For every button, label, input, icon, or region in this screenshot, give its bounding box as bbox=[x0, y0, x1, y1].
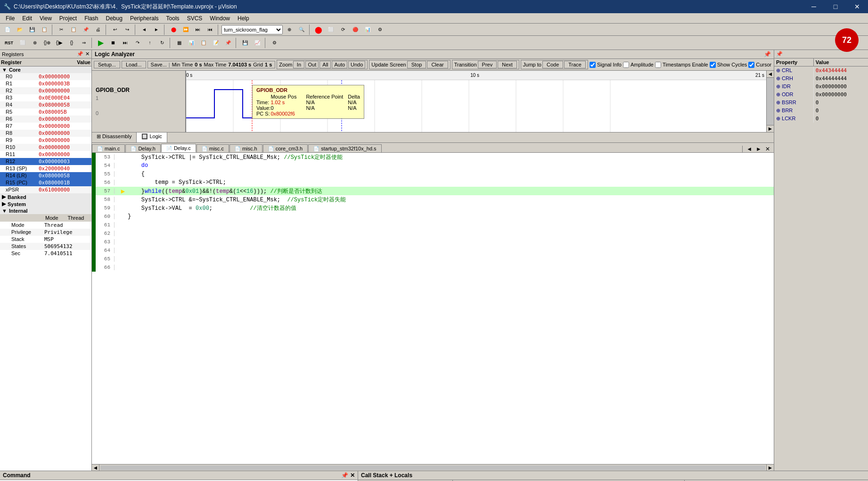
sim-stop[interactable]: ⏹ bbox=[107, 38, 119, 48]
step3-btn[interactable]: ⏮ bbox=[205, 25, 216, 35]
code-scroll-left[interactable]: ◄ bbox=[92, 464, 99, 471]
system-group[interactable]: ▶ System bbox=[0, 200, 91, 207]
tab-close[interactable]: ✕ bbox=[763, 146, 772, 152]
nav-back[interactable]: ◄ bbox=[139, 25, 150, 35]
right-pin[interactable]: 📌 bbox=[776, 51, 783, 57]
reg-r9[interactable]: R90x00000000 bbox=[0, 137, 91, 144]
save-all-btn[interactable]: 📋 bbox=[39, 25, 50, 35]
run-btn[interactable]: ⬤ bbox=[313, 25, 324, 35]
menu-svcs[interactable]: SVCS bbox=[183, 14, 206, 23]
settings-btn[interactable]: ⚙ bbox=[374, 25, 385, 35]
registers-pin[interactable]: 📌 bbox=[77, 51, 83, 57]
code-editor[interactable]: 53 SysTick->CTRL |= SysTick_CTRL_ENABLE_… bbox=[92, 153, 774, 464]
find-btn[interactable]: 🔍 bbox=[296, 25, 307, 35]
reg-r0[interactable]: R00x00000000 bbox=[0, 73, 91, 80]
function-select[interactable]: turn_sickroom_flag bbox=[221, 25, 283, 34]
la-prev-btn[interactable]: Prev bbox=[478, 61, 497, 68]
tab-delay-c[interactable]: 📄 Delay.c bbox=[161, 144, 196, 152]
cfg-btn[interactable]: ⚙ bbox=[269, 38, 280, 48]
save-btn[interactable]: 💾 bbox=[26, 25, 38, 35]
nav-fwd[interactable]: ► bbox=[151, 25, 162, 35]
rst-btn[interactable]: RST bbox=[2, 38, 16, 48]
sim-run[interactable]: ▶ bbox=[95, 38, 106, 48]
menu-project[interactable]: Project bbox=[56, 14, 81, 23]
close-btn[interactable]: ✕ bbox=[846, 0, 868, 13]
win-btn4[interactable]: 📝 bbox=[210, 38, 221, 48]
open-btn[interactable]: 📂 bbox=[14, 25, 25, 35]
step-btn[interactable]: ⏩ bbox=[180, 25, 191, 35]
breakpt-btn[interactable]: ⬤ bbox=[168, 25, 179, 35]
reg-stack[interactable]: StackMSP bbox=[0, 236, 91, 243]
registers-table[interactable]: ▼ Core R00x00000000 R10x0000003B R20x000… bbox=[0, 66, 91, 471]
la-save-btn[interactable]: Save... bbox=[151, 62, 167, 67]
win-btn1[interactable]: ▦ bbox=[173, 38, 185, 48]
la-trace-btn[interactable]: Trace bbox=[564, 61, 586, 68]
la-zoom-in[interactable]: In bbox=[293, 61, 304, 68]
reg-r1[interactable]: R10x0000003B bbox=[0, 80, 91, 87]
timestamps-check[interactable]: Timestamps Enable bbox=[655, 62, 708, 68]
dbg-btn[interactable]: 🔴 bbox=[350, 25, 361, 35]
la-stop-btn[interactable]: Stop bbox=[407, 61, 426, 68]
sim-run2[interactable]: ↻ bbox=[156, 38, 168, 48]
la-scroll-next[interactable]: ► bbox=[767, 125, 774, 132]
tab-main-c[interactable]: 📄 main.c bbox=[92, 144, 125, 152]
la-pin[interactable]: 📌 bbox=[764, 51, 771, 58]
tab-next[interactable]: ► bbox=[754, 146, 763, 152]
tab-delay-h[interactable]: 📄 Delay.h bbox=[125, 144, 160, 152]
reg-r14[interactable]: R14 (LR)0x08000058 bbox=[0, 172, 91, 179]
tab-misc-h[interactable]: 📄 misc.h bbox=[229, 144, 262, 152]
tab-misc-c[interactable]: 📄 misc.c bbox=[197, 144, 229, 152]
dis-tab-logic[interactable]: 🔲 Logic bbox=[137, 133, 167, 142]
new-btn[interactable]: 📄 bbox=[2, 25, 13, 35]
internal-group[interactable]: ▼ Internal bbox=[0, 207, 91, 214]
la-load-btn[interactable]: Load... bbox=[122, 61, 146, 68]
menu-tools[interactable]: Tools bbox=[163, 14, 183, 23]
code-scroll-track[interactable] bbox=[100, 465, 765, 470]
la-setup-btn[interactable]: Setup... bbox=[94, 61, 120, 68]
reg-mode[interactable]: ModeThread bbox=[0, 222, 91, 229]
code-scroll-right[interactable]: ► bbox=[766, 464, 774, 471]
reg-sec[interactable]: Sec7.0410511 bbox=[0, 250, 91, 257]
la-code-btn[interactable]: Code bbox=[542, 61, 563, 68]
reg-r11[interactable]: R110x00000000 bbox=[0, 151, 91, 158]
menu-peripherals[interactable]: Peripherals bbox=[126, 14, 163, 23]
win-btn2[interactable]: 📊 bbox=[186, 38, 197, 48]
tab-startup[interactable]: 📄 startup_stm32f10x_hd.s bbox=[308, 144, 381, 152]
copy-btn[interactable]: 📋 bbox=[68, 25, 79, 35]
reg-r8[interactable]: R80x00000000 bbox=[0, 130, 91, 137]
paste-btn[interactable]: 📌 bbox=[80, 25, 91, 35]
cmd-pin[interactable]: 📌 bbox=[341, 472, 348, 479]
win-btn3[interactable]: 📋 bbox=[198, 38, 209, 48]
sim-over[interactable]: ↷ bbox=[132, 38, 143, 48]
menu-view[interactable]: View bbox=[36, 14, 56, 23]
la-zoom-auto[interactable]: Auto bbox=[332, 61, 347, 68]
menu-window[interactable]: Window bbox=[206, 14, 234, 23]
undo-btn[interactable]: ↩ bbox=[109, 25, 121, 35]
cmd-close[interactable]: ✕ bbox=[350, 472, 355, 479]
sim-btn1[interactable]: ⬜ bbox=[17, 38, 28, 48]
menu-file[interactable]: File bbox=[2, 14, 18, 23]
ana-btn[interactable]: 📈 bbox=[252, 38, 263, 48]
trace-btn[interactable]: 📊 bbox=[362, 25, 373, 35]
reg-r10[interactable]: R100x00000000 bbox=[0, 144, 91, 151]
sim-btn3[interactable]: {}⊕ bbox=[41, 38, 53, 48]
registers-close[interactable]: ✕ bbox=[85, 51, 90, 57]
la-waveform-canvas[interactable]: 0 s 10 s 21 s bbox=[186, 71, 766, 132]
tab-prev[interactable]: ◄ bbox=[745, 146, 754, 152]
reg-r6[interactable]: R60x00000000 bbox=[0, 116, 91, 123]
cut-btn[interactable]: ✂ bbox=[56, 25, 67, 35]
tab-core-cm3[interactable]: 📄 core_cm3.h bbox=[263, 144, 308, 152]
sim-btn5[interactable]: {} bbox=[66, 38, 77, 48]
redo-btn[interactable]: ↪ bbox=[122, 25, 133, 35]
sim-btn4[interactable]: {}▶ bbox=[54, 38, 65, 48]
print-btn[interactable]: 🖨 bbox=[92, 25, 104, 35]
sim-btn6[interactable]: ⇒ bbox=[78, 38, 90, 48]
la-next-btn[interactable]: Next bbox=[498, 61, 517, 68]
reg-xpsr[interactable]: xPSR0x61000000 bbox=[0, 186, 91, 193]
menu-edit[interactable]: Edit bbox=[18, 14, 36, 23]
la-scroll-track[interactable] bbox=[767, 78, 774, 125]
amplitude-check[interactable]: Amplitude bbox=[623, 62, 654, 68]
reg-r12[interactable]: R120x00000003 bbox=[0, 158, 91, 165]
reg-r4[interactable]: R40x08000058 bbox=[0, 101, 91, 108]
la-zoom-all[interactable]: All bbox=[319, 61, 331, 68]
